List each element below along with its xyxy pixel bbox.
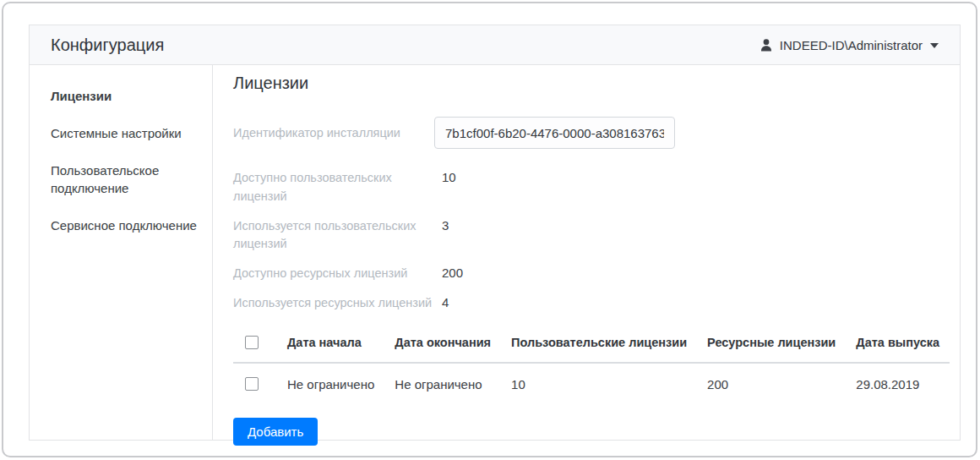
page-title: Лицензии (233, 74, 950, 93)
col-user-licenses: Пользовательские лицензии (501, 327, 697, 363)
stat-label: Доступно ресурсных лицензий (233, 265, 434, 283)
stat-value: 3 (434, 217, 449, 255)
cell-user-licenses: 10 (501, 363, 697, 405)
cell-end-date: Не ограничено (384, 363, 501, 405)
installation-id-input[interactable] (434, 117, 675, 149)
table-row: Не ограничено Не ограничено 10 200 29.08… (233, 363, 950, 405)
sidebar-item-licenses[interactable]: Лицензии (51, 87, 197, 106)
sidebar-item-user-connection[interactable]: Пользовательское подключение (51, 162, 197, 199)
window-frame: Конфигурация INDEED-ID\Administrator Лиц… (2, 2, 977, 457)
app-container: Конфигурация INDEED-ID\Administrator Лиц… (29, 25, 961, 441)
col-start-date: Дата начала (277, 327, 384, 363)
installation-id-row: Идентификатор инсталляции (233, 117, 950, 149)
stat-label: Используется ресурсных лицензий (233, 294, 434, 313)
stat-value: 4 (434, 294, 449, 313)
chevron-down-icon (930, 43, 939, 48)
stat-label: Используется пользовательских лицензий (233, 217, 434, 255)
select-all-cell (233, 327, 277, 363)
row-checkbox[interactable] (245, 377, 259, 391)
col-issue-date: Дата выпуска (846, 327, 950, 363)
installation-id-label: Идентификатор инсталляции (233, 126, 434, 140)
user-name: INDEED-ID\Administrator (780, 38, 923, 52)
sidebar: Лицензии Системные настройки Пользовател… (30, 65, 213, 440)
topbar: Конфигурация INDEED-ID\Administrator (30, 25, 960, 65)
cell-start-date: Не ограничено (277, 363, 384, 405)
stat-user-available: Доступно пользовательских лицензий 10 (233, 169, 950, 206)
stat-label: Доступно пользовательских лицензий (233, 169, 434, 206)
main-panel: Лицензии Идентификатор инсталляции Досту… (213, 65, 970, 440)
select-all-checkbox[interactable] (245, 336, 259, 349)
app-title: Конфигурация (51, 36, 164, 55)
col-resource-licenses: Ресурсные лицензии (697, 327, 846, 363)
stat-resource-used: Используется ресурсных лицензий 4 (233, 294, 950, 313)
table-header-row: Дата начала Дата окончания Пользовательс… (233, 327, 950, 363)
cell-issue-date: 29.08.2019 (846, 363, 950, 405)
add-button[interactable]: Добавить (233, 418, 318, 446)
sidebar-item-service-connection[interactable]: Сервисное подключение (51, 216, 197, 235)
cell-resource-licenses: 200 (697, 363, 846, 405)
content-row: Лицензии Системные настройки Пользовател… (30, 65, 960, 440)
row-select-cell (233, 363, 277, 405)
stat-value: 10 (434, 169, 456, 206)
stat-user-used: Используется пользовательских лицензий 3 (233, 217, 950, 255)
stat-value: 200 (434, 265, 463, 283)
sidebar-item-system-settings[interactable]: Системные настройки (51, 124, 197, 143)
licenses-table: Дата начала Дата окончания Пользовательс… (233, 327, 950, 405)
col-end-date: Дата окончания (384, 327, 501, 363)
user-menu[interactable]: INDEED-ID\Administrator (759, 37, 939, 52)
user-icon (759, 37, 774, 52)
stat-resource-available: Доступно ресурсных лицензий 200 (233, 265, 950, 283)
